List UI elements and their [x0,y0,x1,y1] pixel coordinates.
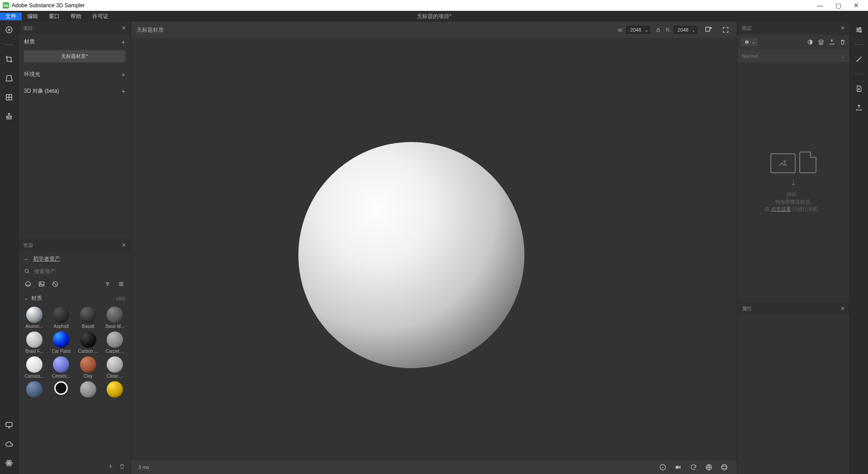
cookie-icon[interactable] [51,280,59,288]
material-thumb[interactable]: Carpet ... [103,332,127,354]
sphere-icon[interactable] [24,280,32,288]
height-select[interactable]: 2048⌄ [674,27,697,33]
divider [854,74,863,74]
material-thumb-label: Carbon ... [78,349,98,354]
assets-category[interactable]: ⌄材质 (40) [22,292,127,305]
close-icon[interactable]: ✕ [840,305,845,312]
trash-icon[interactable] [840,39,846,45]
width-label: w: [618,27,623,33]
export-layer-icon[interactable] [829,39,835,45]
menu-file[interactable]: 文件 [0,13,22,20]
material-thumb[interactable]: Carbon ... [76,332,100,354]
material-thumb[interactable]: Carrara... [22,356,47,379]
menu-window[interactable]: 窗口 [43,13,65,20]
minimize-button[interactable]: — [811,0,829,11]
atom-icon[interactable] [5,459,14,468]
env-section-header[interactable]: 环境光 + [19,67,131,82]
material-thumb[interactable]: Clay [76,356,100,379]
material-sphere-icon [53,332,69,348]
svg-point-7 [25,269,28,272]
material-sphere-icon [80,332,96,348]
camera-icon[interactable] [673,462,684,473]
material-sphere-icon [26,332,42,348]
browse-link[interactable]: 点击这里 [771,206,791,212]
material-thumb[interactable] [76,381,100,398]
refresh-icon[interactable] [688,462,699,473]
materials-label: 材质 [24,38,35,46]
material-thumb[interactable]: Basalt [76,307,100,329]
svg-point-13 [56,284,56,285]
lock-icon[interactable] [656,27,661,33]
stamp-icon[interactable] [5,112,14,121]
material-thumb[interactable] [49,381,74,398]
contrast-icon[interactable] [807,39,813,45]
obj-section-header[interactable]: 3D 对象 (beta) + [19,84,131,99]
list-icon[interactable] [117,280,125,288]
titlebar: Sa Adobe Substance 3D Sampler — ▢ ✕ [0,0,868,11]
material-thumb[interactable]: Clean ... [103,356,127,379]
add-obj-icon[interactable]: + [122,88,125,95]
materials-section-header[interactable]: 材质 + [19,34,131,49]
menu-license[interactable]: 许可证 [87,13,114,20]
add-asset-icon[interactable]: + [108,462,113,470]
delete-asset-icon[interactable] [119,463,125,469]
assets-search[interactable] [22,266,127,276]
viewport-footer: 3 ms [131,460,737,474]
monitor-icon[interactable] [5,421,14,430]
split-view-toggle[interactable]: ⌄ [741,38,758,46]
material-list-item[interactable]: 无标题材质* [24,50,125,62]
center-area: 无标题材质 w: 2048⌄ h: 2048⌄ 3 ms [131,22,737,474]
globe-icon[interactable] [703,462,714,473]
close-icon[interactable]: ✕ [840,25,845,31]
material-thumb[interactable]: Cerami... [49,356,74,379]
material-sphere-icon [26,381,42,398]
material-sphere-icon [80,356,96,373]
svg-point-11 [53,282,58,287]
perspective-icon[interactable] [5,74,14,83]
import-icon[interactable] [854,84,863,93]
material-thumb[interactable]: Alumin... [22,307,47,329]
assets-filters [22,276,127,292]
material-thumb[interactable]: Braid F... [22,332,47,354]
close-button[interactable]: ✕ [847,0,865,11]
close-icon[interactable]: ✕ [122,25,126,31]
stack-icon[interactable] [818,39,824,45]
info-icon[interactable] [657,462,668,473]
plus-circle-icon[interactable] [5,25,14,34]
material-thumb[interactable] [103,381,127,398]
svg-rect-14 [657,30,660,32]
menu-edit[interactable]: 编辑 [22,13,43,20]
material-thumb[interactable]: Base M... [103,307,127,329]
search-input[interactable] [34,268,125,275]
svg-point-8 [26,282,31,287]
menu-help[interactable]: 帮助 [65,13,87,20]
grid-icon[interactable] [5,93,14,102]
pencil-icon[interactable] [854,55,863,64]
layers-drop-area[interactable]: ↓ 启动。 拖放图像或材质, 或 点击这里 以进行浏览。 [737,62,849,302]
material-sphere-icon [107,381,123,398]
blend-mode-select[interactable]: Normal ⌄ [737,50,849,62]
material-thumb-label: Asphalt [54,324,69,329]
close-icon[interactable]: ✕ [122,242,126,248]
add-env-icon[interactable]: + [122,71,125,78]
assets-panel-header: 资源 ✕ [19,239,131,251]
export-icon[interactable] [854,103,863,112]
cloud-icon[interactable] [5,440,14,449]
width-select[interactable]: 2048⌄ [626,27,650,33]
maximize-button[interactable]: ▢ [829,0,847,11]
assets-back[interactable]: ← 初学者资产 [22,251,127,266]
ai-icon[interactable] [703,24,714,36]
material-thumb[interactable] [22,381,47,398]
project-panel-header: 项目 ✕ [19,22,131,34]
sliders-icon[interactable] [854,25,863,34]
crop-icon[interactable] [5,55,14,64]
material-thumb[interactable]: Asphalt [49,307,74,329]
sphere-view-icon[interactable] [719,462,730,473]
image-icon[interactable] [38,280,46,288]
sort-icon[interactable] [104,280,112,288]
viewport-3d[interactable] [131,38,737,460]
assets-panel: 资源 ✕ ← 初学者资产 [19,239,131,474]
fullscreen-icon[interactable] [720,24,731,36]
add-material-icon[interactable]: + [122,38,125,46]
material-thumb[interactable]: Car Paint [49,332,74,354]
